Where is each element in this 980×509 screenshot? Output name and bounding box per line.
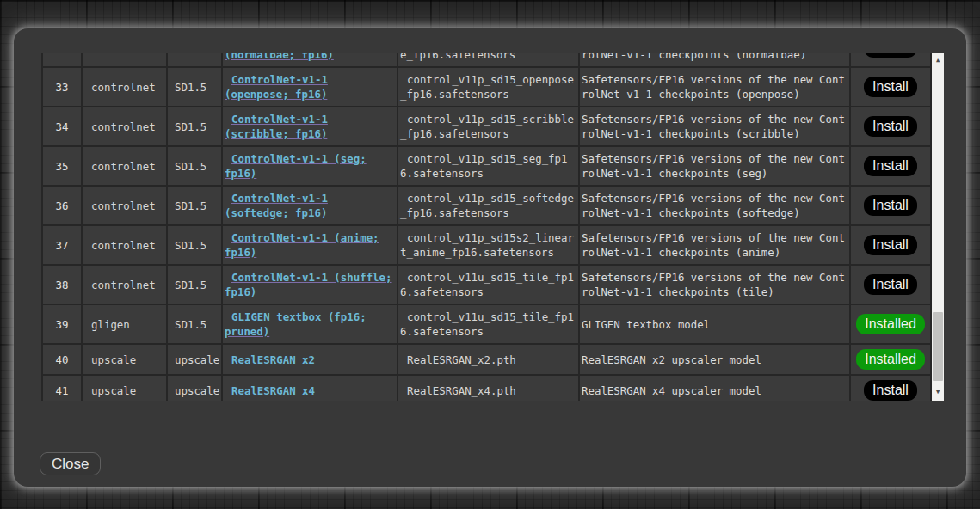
model-table-row: 36 controlnet SD1.5 ControlNet-v1-1 (sof… [43, 187, 932, 226]
model-filename: control_v11p_sd15_openpose_fp16.safetens… [398, 68, 580, 107]
models-table: 32 controlnet SD1.5 ControlNet-v1-1 (nor… [41, 53, 932, 401]
model-base: SD1.5 [168, 187, 223, 226]
model-type: controlnet [83, 187, 168, 226]
model-index: 38 [43, 266, 83, 305]
model-type: upscale [83, 345, 168, 376]
install-button[interactable]: Install [864, 77, 917, 97]
model-base: SD1.5 [168, 226, 223, 266]
install-models-dialog: 32 controlnet SD1.5 ControlNet-v1-1 (nor… [14, 28, 966, 487]
model-action-cell: Install [851, 376, 932, 401]
model-filename: RealESRGAN_x4.pth [398, 376, 580, 401]
model-type: controlnet [83, 68, 168, 107]
model-action-cell: Install [851, 107, 932, 147]
model-action-cell: Install [851, 187, 932, 226]
model-table-row: 34 controlnet SD1.5 ControlNet-v1-1 (scr… [43, 107, 932, 147]
scrollbar-up-arrow-icon[interactable]: ▲ [932, 54, 944, 66]
close-button[interactable]: Close [40, 452, 101, 475]
model-index: 41 [43, 376, 83, 401]
model-name-cell: ControlNet-v1-1 (softedge; fp16) [223, 187, 398, 226]
model-description: Safetensors/FP16 versions of the new Con… [580, 266, 851, 305]
model-table-row: 37 controlnet SD1.5 ControlNet-v1-1 (ani… [43, 226, 932, 266]
model-description: Safetensors/FP16 versions of the new Con… [580, 68, 851, 107]
model-name-link[interactable]: RealESRGAN x4 [231, 384, 315, 397]
model-index: 39 [43, 305, 83, 345]
model-name-cell: ControlNet-v1-1 (normalbae; fp16) [223, 53, 398, 68]
model-table-row: 33 controlnet SD1.5 ControlNet-v1-1 (ope… [43, 68, 932, 107]
model-name-link[interactable]: GLIGEN textbox (fp16; pruned) [225, 310, 367, 338]
model-description: Safetensors/FP16 versions of the new Con… [580, 53, 851, 68]
install-button[interactable]: Install [864, 53, 917, 58]
model-index: 37 [43, 226, 83, 266]
model-base: upscale [168, 345, 223, 376]
model-filename: control_v11p_sd15_normalbae_fp16.safeten… [398, 53, 580, 68]
model-base: SD1.5 [168, 266, 223, 305]
model-table-row: 39 gligen SD1.5 GLIGEN textbox (fp16; pr… [43, 305, 932, 345]
model-type: controlnet [83, 226, 168, 266]
model-description: Safetensors/FP16 versions of the new Con… [580, 187, 851, 226]
model-table-row: 38 controlnet SD1.5 ControlNet-v1-1 (shu… [43, 266, 932, 305]
model-name-link[interactable]: ControlNet-v1-1 (anime; fp16) [225, 231, 379, 259]
model-index: 36 [43, 187, 83, 226]
install-button[interactable]: Installed [856, 314, 925, 334]
model-name-cell: GLIGEN textbox (fp16; pruned) [223, 305, 398, 345]
model-name-link[interactable]: ControlNet-v1-1 (shuffle; fp16) [225, 271, 392, 298]
scrollbar-thumb[interactable] [933, 312, 943, 381]
model-type: upscale [83, 376, 168, 401]
model-description: Safetensors/FP16 versions of the new Con… [580, 226, 851, 266]
model-base: SD1.5 [168, 305, 223, 345]
model-type: controlnet [83, 147, 168, 187]
models-table-viewport: 32 controlnet SD1.5 ControlNet-v1-1 (nor… [41, 53, 932, 401]
model-base: SD1.5 [168, 68, 223, 107]
model-table-row: 41 upscale upscale RealESRGAN x4 RealESR… [43, 376, 932, 401]
model-table-row: 40 upscale upscale RealESRGAN x2 RealESR… [43, 345, 932, 376]
model-action-cell: Installed [851, 345, 932, 376]
model-description: RealESRGAN x4 upscaler model [580, 376, 851, 401]
scrollbar-down-arrow-icon[interactable]: ▼ [932, 386, 944, 398]
model-filename: control_v11u_sd15_tile_fp16.safetensors [398, 266, 580, 305]
model-action-cell: Install [851, 53, 932, 68]
model-index: 33 [43, 68, 83, 107]
model-filename: control_v11p_sd15s2_lineart_anime_fp16.s… [398, 226, 580, 266]
model-action-cell: Install [851, 266, 932, 305]
model-name-cell: ControlNet-v1-1 (seg; fp16) [223, 147, 398, 187]
model-type: controlnet [83, 266, 168, 305]
install-button[interactable]: Install [864, 116, 917, 137]
model-filename: control_v11p_sd15_seg_fp16.safetensors [398, 147, 580, 187]
model-description: Safetensors/FP16 versions of the new Con… [580, 107, 851, 147]
install-button[interactable]: Install [864, 274, 917, 295]
model-table-row: 35 controlnet SD1.5 ControlNet-v1-1 (seg… [43, 147, 932, 187]
model-index: 40 [43, 345, 83, 376]
model-name-link[interactable]: ControlNet-v1-1 (softedge; fp16) [225, 192, 328, 219]
model-name-link[interactable]: RealESRGAN x2 [231, 353, 315, 366]
model-index: 34 [43, 107, 83, 147]
install-button[interactable]: Install [864, 380, 917, 401]
model-index: 32 [43, 53, 83, 68]
install-button[interactable]: Installed [856, 349, 925, 370]
model-name-cell: RealESRGAN x2 [223, 345, 398, 376]
model-name-cell: RealESRGAN x4 [223, 376, 398, 401]
model-action-cell: Install [851, 147, 932, 187]
install-button[interactable]: Install [864, 235, 917, 255]
model-name-link[interactable]: ControlNet-v1-1 (normalbae; fp16) [225, 53, 334, 61]
model-type: controlnet [83, 53, 168, 68]
model-name-link[interactable]: ControlNet-v1-1 (openpose; fp16) [225, 73, 328, 101]
model-base: SD1.5 [168, 147, 223, 187]
model-base: SD1.5 [168, 53, 223, 68]
install-button[interactable]: Install [864, 156, 917, 176]
model-filename: control_v11p_sd15_scribble_fp16.safetens… [398, 107, 580, 147]
models-table-scroll-area: 32 controlnet SD1.5 ControlNet-v1-1 (nor… [41, 53, 944, 401]
model-filename: RealESRGAN_x2.pth [398, 345, 580, 376]
model-table-row: 32 controlnet SD1.5 ControlNet-v1-1 (nor… [43, 53, 932, 68]
model-name-link[interactable]: ControlNet-v1-1 (scribble; fp16) [225, 113, 328, 140]
model-name-link[interactable]: ControlNet-v1-1 (seg; fp16) [225, 152, 367, 180]
model-action-cell: Install [851, 68, 932, 107]
model-description: GLIGEN textbox model [580, 305, 851, 345]
model-index: 35 [43, 147, 83, 187]
install-button[interactable]: Install [864, 195, 917, 216]
model-name-cell: ControlNet-v1-1 (openpose; fp16) [223, 68, 398, 107]
vertical-scrollbar[interactable]: ▲ ▼ [932, 53, 944, 401]
model-type: gligen [83, 305, 168, 345]
model-base: SD1.5 [168, 107, 223, 147]
model-type: controlnet [83, 107, 168, 147]
model-name-cell: ControlNet-v1-1 (scribble; fp16) [223, 107, 398, 147]
